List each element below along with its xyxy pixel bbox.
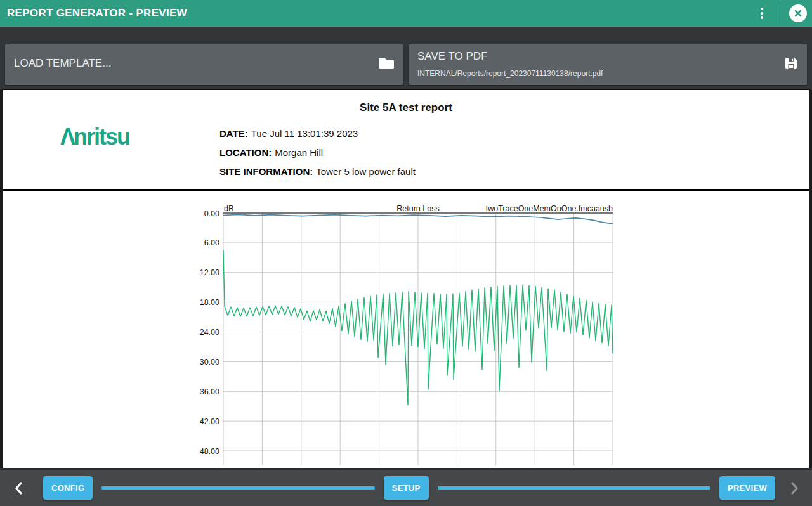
- load-template-button[interactable]: LOAD TEMPLATE...: [5, 44, 403, 85]
- report-chart-svg: 0.006.0012.0018.0024.0030.0036.0042.0048…: [3, 194, 809, 467]
- anritsu-logo-a: Λ: [60, 124, 74, 150]
- window-title: REPORT GENERATOR - PREVIEW: [0, 7, 748, 20]
- step-connector-2: [438, 486, 710, 490]
- save-icon: [784, 56, 798, 73]
- step-preview-button[interactable]: PREVIEW: [719, 476, 775, 500]
- report-fields: DATE:Tue Jul 11 13:01:39 2023 LOCATION:M…: [219, 127, 416, 184]
- folder-icon: [378, 56, 395, 73]
- report-field-date: DATE:Tue Jul 11 13:01:39 2023: [219, 127, 416, 146]
- svg-text:48.00: 48.00: [200, 447, 219, 456]
- save-to-pdf-label: SAVE TO PDF: [417, 50, 488, 63]
- wizard-bar: CONFIG SETUP PREVIEW: [0, 468, 812, 506]
- field-label-date: DATE:: [219, 128, 248, 139]
- svg-text:twoTraceOneMemOnOne.fmcaausb: twoTraceOneMemOnOne.fmcaausb: [486, 204, 613, 213]
- report-preview-page: Site 5A test report Λnritsu DATE:Tue Jul…: [0, 89, 812, 468]
- save-to-pdf-path: INTERNAL/Reports/report_20230711130138/r…: [417, 69, 603, 78]
- svg-text:dB: dB: [224, 204, 233, 213]
- report-field-location: LOCATION:Morgan Hill: [219, 146, 416, 165]
- report-title: Site 5A test report: [3, 101, 809, 114]
- svg-text:0.00: 0.00: [204, 209, 219, 218]
- chevron-left-icon: [14, 481, 23, 495]
- svg-text:42.00: 42.00: [200, 417, 219, 426]
- field-value-location: Morgan Hill: [275, 147, 323, 158]
- field-label-site-info: SITE INFORMATION:: [219, 166, 313, 177]
- svg-text:30.00: 30.00: [200, 358, 219, 367]
- anritsu-logo: Λnritsu: [60, 124, 129, 150]
- step-setup-button[interactable]: SETUP: [384, 476, 429, 500]
- close-button[interactable]: [784, 0, 812, 27]
- svg-text:18.00: 18.00: [200, 298, 219, 307]
- save-to-pdf-button[interactable]: SAVE TO PDF INTERNAL/Reports/report_2023…: [409, 44, 807, 85]
- step-config-button[interactable]: CONFIG: [43, 476, 93, 500]
- kebab-menu-button[interactable]: [748, 0, 776, 27]
- kebab-icon: [761, 8, 763, 19]
- field-value-date: Tue Jul 11 13:01:39 2023: [251, 128, 358, 139]
- report-generator-window: REPORT GENERATOR - PREVIEW LOAD TEMPLATE…: [0, 0, 812, 506]
- step-connector-1: [102, 486, 374, 490]
- svg-text:24.00: 24.00: [200, 328, 219, 337]
- field-value-site-info: Tower 5 low power fault: [316, 166, 416, 177]
- report-chart: 0.006.0012.0018.0024.0030.0036.0042.0048…: [3, 194, 809, 467]
- svg-text:Return Loss: Return Loss: [396, 204, 439, 213]
- report-field-site-info: SITE INFORMATION:Tower 5 low power fault: [219, 165, 416, 184]
- svg-text:12.00: 12.00: [200, 268, 219, 277]
- report-header: Site 5A test report Λnritsu DATE:Tue Jul…: [3, 90, 809, 191]
- next-page-button[interactable]: [788, 480, 802, 496]
- prev-page-button[interactable]: [11, 480, 25, 496]
- svg-text:6.00: 6.00: [204, 238, 219, 247]
- anritsu-logo-rest: nritsu: [74, 124, 129, 150]
- title-bar: REPORT GENERATOR - PREVIEW: [0, 0, 812, 27]
- svg-text:36.00: 36.00: [200, 387, 219, 396]
- toolbar: LOAD TEMPLATE... SAVE TO PDF INTERNAL/Re…: [0, 27, 812, 89]
- chevron-right-icon: [790, 481, 799, 495]
- titlebar-separator: [780, 4, 780, 23]
- close-icon: [789, 4, 807, 22]
- load-template-label: LOAD TEMPLATE...: [14, 57, 111, 70]
- field-label-location: LOCATION:: [219, 147, 272, 158]
